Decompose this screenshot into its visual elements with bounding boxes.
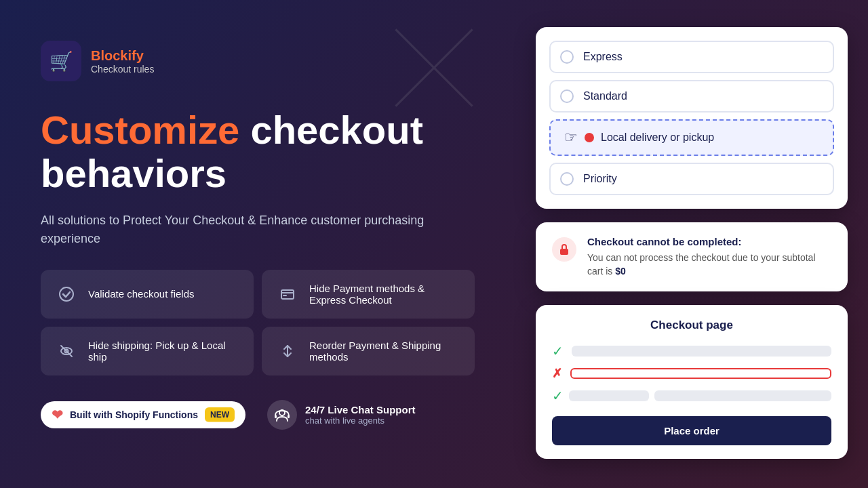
svg-rect-10 [288,415,290,418]
logo-area: 🛒 Blockify Checkout rules [41,41,475,81]
field-bar-1 [572,346,831,357]
eye-off-icon [54,339,79,363]
bottom-badges: ❤ Built with Shopify Functions NEW 24/7 … [41,400,475,430]
checkmark-icon [54,282,79,306]
shopify-badge-label: Built with Shopify Functions [70,409,198,420]
svg-rect-11 [560,249,568,255]
feature-hide-payment: Hide Payment methods & Express Checkout [262,270,475,319]
shipping-standard-label: Standard [583,90,627,102]
error-text: Checkout cannot be completed: You can no… [587,236,831,278]
feature-reorder-label: Reorder Payment & Shipping methods [309,340,461,363]
shipping-option-express: Express [549,41,834,73]
checkout-row-3: ✓ [552,388,831,404]
shipping-card: Express Standard ☞ Local delivery or pic… [536,27,848,209]
shipping-priority-label: Priority [583,173,617,185]
check-red: ✗ [552,366,562,381]
lock-icon [552,237,576,262]
svg-rect-1 [281,290,294,299]
feature-validate-label: Validate checkout fields [88,288,194,300]
support-text: 24/7 Live Chat Support chat with live ag… [305,404,416,426]
checkout-row-1: ✓ [552,343,831,359]
error-title: Checkout cannot be completed: [587,236,831,247]
feature-grid: Validate checkout fields Hide Payment me… [41,270,475,375]
place-order-button[interactable]: Place order [552,416,831,445]
error-zero: $0 [615,266,626,277]
subtext: All solutions to Protect Your Checkout &… [41,211,475,248]
logo-emoji: 🛒 [50,50,73,73]
headset-icon [267,400,297,430]
shipping-express-label: Express [583,51,623,63]
brand-subtitle: Checkout rules [91,64,154,75]
svg-rect-9 [275,415,277,418]
logo-icon: 🛒 [41,41,81,81]
checkout-row-2: ✗ [552,366,831,381]
feature-reorder: Reorder Payment & Shipping methods [262,327,475,375]
shipping-option-priority: Priority [549,163,834,195]
brand-name: Blockify [91,48,154,64]
support-sub: chat with live agents [305,415,416,426]
left-panel: 🛒 Blockify Checkout rules Customize chec… [41,41,475,430]
error-body: You can not process the checkout due to … [587,251,831,278]
radio-priority [560,172,574,186]
tooltip-content: ☞ Local delivery or pickup [549,119,834,156]
radio-standard [560,89,574,103]
logo-text-area: Blockify Checkout rules [91,48,154,75]
support-badge: 24/7 Live Chat Support chat with live ag… [267,400,416,430]
field-bar-error [570,368,831,379]
shipping-local-label: Local delivery or pickup [601,131,714,144]
heart-icon: ❤ [52,407,63,423]
shopify-badge: ❤ Built with Shopify Functions NEW [41,401,245,428]
cursor-icon: ☞ [564,129,578,146]
radio-express [560,50,574,64]
field-bar-short-1 [569,390,649,401]
drag-tooltip: ☞ Local delivery or pickup [549,119,834,156]
right-panel: Express Standard ☞ Local delivery or pic… [515,0,868,488]
svg-point-0 [60,287,73,301]
shipping-option-standard: Standard [549,80,834,113]
new-badge: NEW [205,407,235,422]
error-card: Checkout cannot be completed: You can no… [536,222,848,291]
drag-red-dot [585,133,594,142]
headline-orange: Customize [41,108,239,152]
reorder-icon [275,339,300,363]
feature-hide-payment-label: Hide Payment methods & Express Checkout [309,283,461,306]
checkout-page-title: Checkout page [552,319,831,332]
checkout-card: Checkout page ✓ ✗ ✓ Place order [536,305,848,459]
field-bar-short-2 [654,390,831,401]
check-green-1: ✓ [552,343,564,359]
support-title: 24/7 Live Chat Support [305,404,416,415]
feature-hide-shipping: Hide shipping: Pick up & Local ship [41,327,254,375]
headline: Customize checkoutbehaviors [41,108,475,195]
card-icon [275,282,300,306]
feature-validate: Validate checkout fields [41,270,254,319]
check-green-2: ✓ [552,388,564,404]
feature-hide-shipping-label: Hide shipping: Pick up & Local ship [88,340,240,363]
